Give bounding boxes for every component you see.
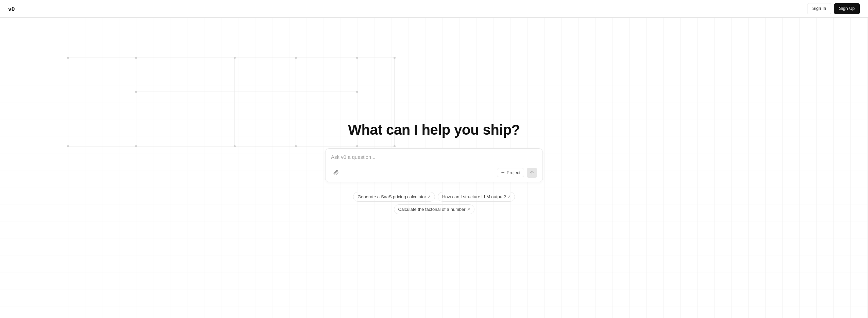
- svg-point-26: [67, 145, 69, 147]
- v0-logo-icon: v0: [8, 5, 19, 12]
- svg-point-20: [356, 91, 358, 93]
- header-actions: Sign In Sign Up: [807, 3, 860, 14]
- svg-point-18: [356, 57, 358, 59]
- chat-box: Project: [325, 148, 543, 182]
- svg-point-25: [67, 57, 69, 59]
- attach-button[interactable]: [331, 168, 341, 178]
- svg-point-15: [135, 57, 137, 59]
- chat-input[interactable]: [331, 154, 537, 164]
- external-link-icon-2: ↗: [507, 195, 511, 199]
- header: v0 Sign In Sign Up: [0, 0, 868, 18]
- center-content: What can I help you ship? Project: [318, 121, 550, 214]
- suggestion-chip-2[interactable]: How can I structure LLM output? ↗: [438, 192, 515, 202]
- suggestion-chip-1[interactable]: Generate a SaaS pricing calculator ↗: [353, 192, 435, 202]
- arrow-up-icon: [530, 170, 534, 175]
- svg-point-17: [295, 57, 297, 59]
- project-label: Project: [507, 170, 520, 175]
- chat-toolbar: Project: [331, 168, 537, 178]
- svg-point-27: [394, 57, 396, 59]
- submit-button[interactable]: [527, 168, 537, 178]
- plus-icon: [501, 170, 505, 175]
- sign-up-button[interactable]: Sign Up: [834, 3, 860, 14]
- svg-point-21: [135, 145, 137, 147]
- toolbar-right: Project: [497, 168, 537, 178]
- svg-point-16: [234, 57, 236, 59]
- svg-point-19: [135, 91, 137, 93]
- external-link-icon-3: ↗: [467, 207, 470, 212]
- svg-point-22: [234, 145, 236, 147]
- suggestion-chip-3[interactable]: Calculate the factorial of a number ↗: [394, 204, 474, 214]
- paperclip-icon: [333, 170, 339, 175]
- sign-in-button[interactable]: Sign In: [807, 3, 831, 14]
- suggestions: Generate a SaaS pricing calculator ↗ How…: [325, 192, 543, 214]
- logo: v0: [8, 5, 19, 12]
- main-content: What can I help you ship? Project: [0, 0, 868, 318]
- main-heading: What can I help you ship?: [348, 121, 520, 138]
- external-link-icon-1: ↗: [428, 195, 431, 199]
- chip-label-2: How can I structure LLM output?: [442, 194, 506, 199]
- project-button[interactable]: Project: [497, 168, 524, 177]
- chip-label-1: Generate a SaaS pricing calculator: [357, 194, 426, 199]
- svg-point-23: [295, 145, 297, 147]
- svg-text:v0: v0: [8, 5, 15, 12]
- chip-label-3: Calculate the factorial of a number: [398, 207, 466, 212]
